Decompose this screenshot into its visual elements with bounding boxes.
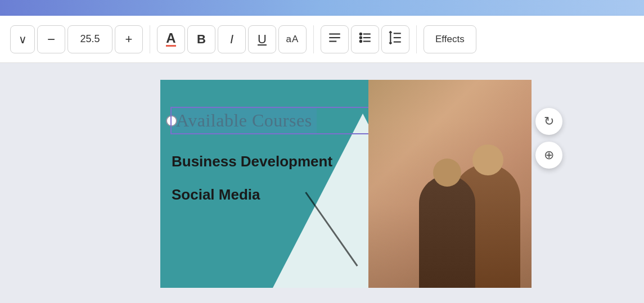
course-list: Business Development Social Media (172, 153, 332, 219)
divider-3 (416, 25, 417, 53)
person-2-body (419, 175, 475, 288)
divider-2 (313, 25, 314, 53)
heading-text[interactable]: Available Courses (172, 108, 317, 133)
text-case-icon: aA (286, 34, 299, 45)
course-item-1: Business Development (172, 153, 332, 170)
selected-text-container[interactable]: Available Courses (172, 108, 397, 133)
course-item-2: Social Media (172, 186, 332, 203)
effects-button[interactable]: Effects (424, 25, 476, 53)
left-handle[interactable] (166, 115, 177, 126)
font-size-decrease-button[interactable]: − (37, 25, 65, 53)
text-color-icon: A (166, 31, 175, 47)
effects-label: Effects (435, 34, 465, 44)
line-height-icon (388, 30, 403, 48)
list-button[interactable] (351, 25, 379, 53)
photo-overlay (368, 80, 532, 288)
move-fab-button[interactable]: ⊕ (535, 142, 562, 169)
canvas-area: Available Courses Business Development S… (0, 63, 644, 303)
italic-button[interactable]: I (218, 25, 246, 53)
top-gradient-bar (0, 0, 644, 16)
photo-section (368, 80, 532, 288)
font-size-input[interactable] (67, 25, 112, 53)
move-icon: ⊕ (544, 148, 554, 162)
italic-icon: I (230, 32, 233, 47)
minus-icon: − (47, 31, 55, 47)
font-size-increase-button[interactable]: + (115, 25, 143, 53)
person-2-head (433, 159, 461, 187)
svg-point-5 (360, 40, 362, 42)
rotate-fab-button[interactable]: ↻ (535, 108, 562, 135)
text-selection-box[interactable]: Available Courses (172, 108, 317, 133)
plus-icon: + (125, 32, 133, 47)
bold-button[interactable]: B (187, 25, 215, 53)
svg-point-3 (360, 33, 362, 35)
underline-button[interactable]: U (248, 25, 276, 53)
rotate-icon: ↻ (544, 114, 554, 129)
underline-icon: U (258, 32, 267, 47)
list-icon (358, 30, 372, 48)
svg-point-4 (360, 37, 362, 38)
toolbar: ∨ − + A B I U aA (0, 16, 644, 63)
align-icon (327, 30, 342, 48)
chevron-down-icon: ∨ (19, 33, 27, 46)
chevron-dropdown-button[interactable]: ∨ (10, 25, 35, 53)
line-height-button[interactable] (381, 25, 409, 53)
text-align-button[interactable] (321, 25, 349, 53)
text-case-button[interactable]: aA (278, 25, 307, 53)
divider-1 (150, 25, 150, 53)
design-card: Available Courses Business Development S… (160, 80, 532, 288)
bold-icon: B (197, 32, 206, 47)
text-color-button[interactable]: A (157, 25, 185, 53)
people-background (368, 121, 532, 288)
person-1-head (472, 144, 503, 175)
